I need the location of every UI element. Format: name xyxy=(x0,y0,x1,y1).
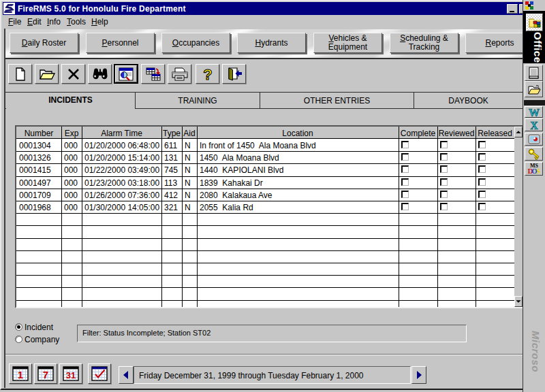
svg-text:X: X xyxy=(530,120,538,131)
svg-text:S: S xyxy=(535,167,540,175)
svg-text:?: ? xyxy=(203,66,212,82)
svg-text:31: 31 xyxy=(66,370,76,380)
svg-text:W: W xyxy=(529,107,540,118)
svg-text:7: 7 xyxy=(43,369,48,380)
svg-text:1: 1 xyxy=(18,369,23,380)
